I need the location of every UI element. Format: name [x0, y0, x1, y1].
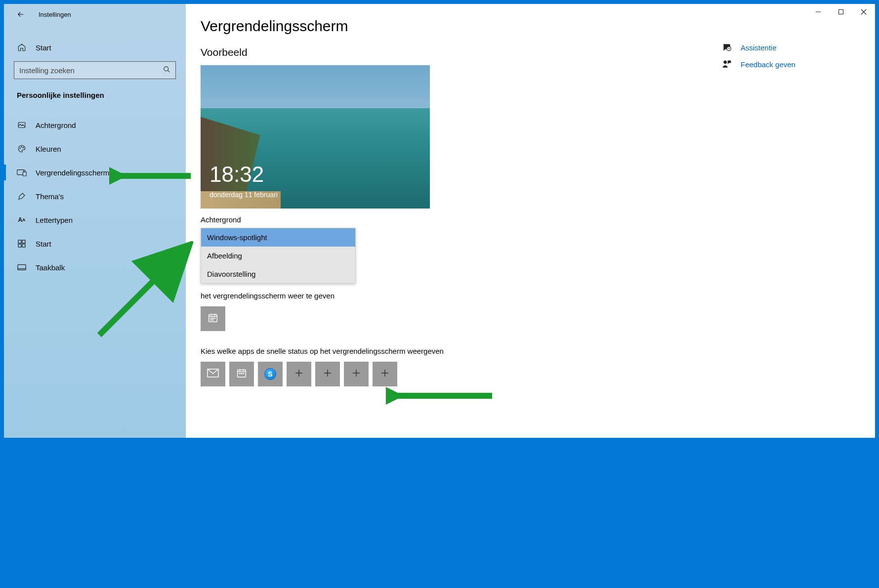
quick-status-tiles: S	[201, 362, 861, 386]
svg-rect-6	[23, 172, 26, 176]
sidebar-item-label: Vergrendelingsscherm	[36, 168, 109, 177]
search-input[interactable]	[19, 66, 163, 75]
close-button[interactable]	[852, 4, 875, 20]
skype-icon: S	[264, 368, 276, 380]
sidebar-item-vergrendelingsscherm[interactable]: Vergrendelingsscherm	[4, 161, 186, 184]
plus-icon	[380, 369, 389, 379]
content-area: Vergrendelingsscherm Voorbeeld 18:32 don…	[186, 4, 875, 438]
svg-rect-9	[18, 244, 21, 247]
svg-point-0	[164, 66, 168, 71]
svg-point-29	[240, 373, 240, 374]
svg-point-19	[211, 318, 211, 318]
svg-rect-14	[839, 10, 843, 14]
quick-tile-skype[interactable]: S	[258, 362, 283, 386]
svg-point-4	[23, 147, 24, 148]
detailed-status-tile[interactable]	[201, 306, 225, 331]
assist-label: Assistentie	[741, 43, 777, 52]
calendar-icon	[208, 312, 218, 325]
annotation-arrow	[386, 387, 495, 405]
home-label: Start	[36, 43, 51, 52]
svg-rect-8	[22, 240, 25, 243]
quick-status-text: Kies welke apps de snelle status op het …	[201, 346, 448, 357]
home-icon	[17, 42, 27, 52]
category-heading: Persoonlijke instellingen	[4, 82, 186, 104]
feedback-link[interactable]: Feedback geven	[722, 59, 860, 69]
sidebar: Instellingen Start Persoonlijke instelli…	[4, 4, 186, 438]
sidebar-item-label: Kleuren	[36, 145, 61, 153]
svg-rect-11	[18, 265, 26, 270]
svg-point-2	[20, 148, 21, 149]
quick-tile-add[interactable]	[373, 362, 397, 386]
sidebar-item-label: Achtergrond	[36, 121, 76, 129]
sidebar-item-taakbalk[interactable]: Taakbalk	[4, 255, 186, 279]
background-label: Achtergrond	[201, 215, 861, 224]
sidebar-item-label: Start	[36, 240, 51, 248]
svg-rect-7	[18, 240, 21, 243]
brush-icon	[17, 191, 27, 201]
calendar-icon	[236, 368, 247, 380]
plus-icon	[294, 369, 303, 379]
svg-point-23	[212, 320, 213, 320]
quick-tile-add[interactable]	[315, 362, 340, 386]
app-title: Instellingen	[39, 11, 71, 18]
dropdown-option-spotlight[interactable]: Windows-spotlight	[201, 228, 355, 247]
svg-point-22	[211, 320, 211, 320]
quick-tile-calendar[interactable]	[229, 362, 254, 386]
palette-icon	[17, 144, 27, 154]
sidebar-item-themas[interactable]: Thema's	[4, 184, 186, 208]
feedback-label: Feedback geven	[741, 60, 795, 69]
sidebar-item-achtergrond[interactable]: Achtergrond	[4, 113, 186, 137]
dropdown-option-slideshow[interactable]: Diavoorstelling	[201, 265, 355, 283]
svg-point-31	[243, 373, 244, 374]
svg-point-20	[212, 318, 213, 318]
assist-link[interactable]: Assistentie	[722, 42, 860, 52]
titlebar: Instellingen	[4, 4, 186, 25]
quick-tile-mail[interactable]	[201, 362, 225, 386]
page-title: Vergrendelingsscherm	[201, 18, 861, 35]
plus-icon	[323, 369, 332, 379]
back-button[interactable]	[15, 8, 27, 20]
assist-icon	[722, 42, 732, 52]
search-icon	[163, 66, 170, 75]
plus-icon	[352, 369, 361, 379]
taskbar-icon	[17, 262, 27, 272]
font-icon: AA	[17, 215, 27, 225]
sidebar-item-start[interactable]: Start	[4, 232, 186, 255]
home-row[interactable]: Start	[4, 37, 186, 58]
maximize-button[interactable]	[830, 4, 852, 20]
svg-point-41	[723, 61, 727, 64]
svg-rect-10	[22, 244, 25, 247]
feedback-icon	[722, 59, 732, 69]
right-panel: Assistentie Feedback geven	[722, 42, 860, 76]
sidebar-item-label: Thema's	[36, 192, 64, 201]
preview-date: donderdag 11 februari	[209, 191, 278, 199]
svg-point-3	[21, 147, 22, 148]
nav-list: Achtergrond Kleuren Vergrendelingsscherm…	[4, 113, 186, 279]
lock-screen-preview: 18:32 donderdag 11 februari	[201, 65, 430, 209]
svg-point-30	[241, 373, 242, 374]
sidebar-item-kleuren[interactable]: Kleuren	[4, 137, 186, 161]
search-box[interactable]	[14, 61, 176, 79]
dropdown-option-picture[interactable]: Afbeelding	[201, 247, 355, 265]
sidebar-item-lettertypen[interactable]: AA Lettertypen	[4, 208, 186, 232]
quick-tile-add[interactable]	[287, 362, 311, 386]
settings-window: Instellingen Start Persoonlijke instelli…	[4, 4, 875, 438]
image-icon	[17, 120, 27, 130]
window-controls	[807, 4, 875, 20]
minimize-button[interactable]	[807, 4, 830, 20]
background-dropdown[interactable]: Windows-spotlight Afbeelding Diavoorstel…	[201, 228, 356, 284]
detailed-status-text: het vergrendelingsscherm weer te geven	[201, 291, 448, 301]
svg-point-21	[214, 318, 215, 318]
start-menu-icon	[17, 239, 27, 249]
lock-monitor-icon	[17, 168, 27, 177]
quick-tile-add[interactable]	[344, 362, 369, 386]
mail-icon	[207, 369, 219, 379]
sidebar-item-label: Lettertypen	[36, 216, 73, 224]
preview-time: 18:32	[209, 162, 264, 187]
sidebar-item-label: Taakbalk	[36, 263, 65, 272]
